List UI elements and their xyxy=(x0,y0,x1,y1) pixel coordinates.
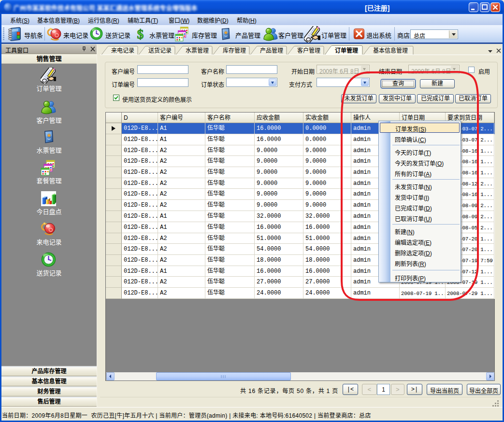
svg-text:送货记录: 送货记录 xyxy=(148,47,172,54)
svg-text:水票管理: 水票管理 xyxy=(186,47,209,54)
svg-text:来电记录: 来电记录 xyxy=(111,47,134,54)
svg-text:订单管理: 订单管理 xyxy=(335,47,358,54)
svg-text:客户管理: 客户管理 xyxy=(297,47,320,54)
svg-text:基本信息管理: 基本信息管理 xyxy=(373,47,408,54)
svg-text:产品管理: 产品管理 xyxy=(260,47,283,54)
svg-text:库存管理: 库存管理 xyxy=(223,47,246,54)
